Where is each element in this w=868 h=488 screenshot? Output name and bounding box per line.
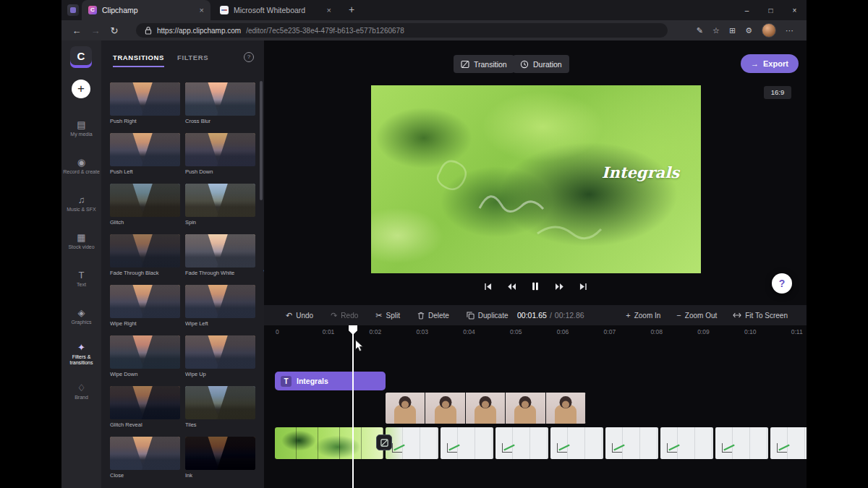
panel-scrollbar[interactable] xyxy=(260,81,263,200)
transition-item[interactable]: Wipe Right xyxy=(110,285,180,327)
applied-transition-icon[interactable] xyxy=(376,435,392,450)
folder-icon: ▤ xyxy=(77,120,85,129)
profile-avatar[interactable] xyxy=(762,23,776,38)
transition-item[interactable]: Tiles xyxy=(185,386,255,428)
transition-button[interactable]: Transition xyxy=(454,55,514,73)
transition-item[interactable]: Ink xyxy=(185,437,255,479)
close-button[interactable]: × xyxy=(783,0,807,20)
transition-item[interactable]: Fade Through Black xyxy=(110,234,180,276)
tab-close-icon[interactable]: × xyxy=(327,6,331,14)
duration-button-label: Duration xyxy=(533,60,562,69)
export-button[interactable]: → Export xyxy=(741,54,799,73)
whiteboard-clip[interactable] xyxy=(770,427,807,459)
ruler-label: 0:02 xyxy=(370,328,417,338)
transition-item[interactable]: Glitch Reveal xyxy=(110,386,180,428)
delete-button[interactable]: Delete xyxy=(417,312,449,320)
timeline-ruler[interactable]: 00:010:020:030:040:050:060:070:080:090:1… xyxy=(264,328,807,338)
transition-item[interactable]: Cross Blur xyxy=(185,82,255,124)
tab-microsoft-whiteboard[interactable]: Microsoft Whiteboard × xyxy=(213,0,338,20)
panel-help-icon[interactable]: ? xyxy=(244,52,254,62)
add-media-button[interactable] xyxy=(72,80,90,98)
transition-item[interactable]: Glitch xyxy=(110,184,180,226)
time-separator: / xyxy=(550,311,552,320)
settings-icon[interactable]: ⚙ xyxy=(745,26,752,35)
more-menu-icon[interactable]: ⋯ xyxy=(786,26,793,35)
web-capture-icon[interactable]: ✎ xyxy=(697,26,703,35)
transition-item[interactable]: Wipe Left xyxy=(185,285,255,327)
duration-button[interactable]: Duration xyxy=(513,55,569,73)
screen-right-gutter xyxy=(807,0,868,488)
whiteboard-clip[interactable] xyxy=(386,427,438,459)
back-icon[interactable]: ← xyxy=(67,25,86,36)
playhead[interactable] xyxy=(352,327,354,488)
sidebar-item[interactable]: ◈ Graphics xyxy=(61,298,101,335)
tab-filters[interactable]: FILTERS xyxy=(177,53,208,66)
whiteboard-clip[interactable] xyxy=(550,427,603,459)
whiteboard-clip[interactable] xyxy=(441,427,493,459)
duplicate-button[interactable]: Duplicate xyxy=(467,312,509,320)
trash-icon xyxy=(417,312,425,320)
transition-label: Wipe Up xyxy=(185,371,255,377)
redo-button[interactable]: ↷ Redo xyxy=(331,312,358,320)
zoom-in-button[interactable]: + Zoom In xyxy=(626,312,660,320)
favorites-icon[interactable]: ☆ xyxy=(712,26,720,35)
zoom-out-button[interactable]: − Zoom Out xyxy=(676,312,717,320)
sidebar-item[interactable]: ✦ Filters & transitions xyxy=(61,335,101,373)
whiteboard-clip[interactable] xyxy=(660,427,713,459)
aspect-ratio-badge[interactable]: 16:9 xyxy=(764,86,791,99)
transition-item[interactable]: Close xyxy=(110,437,180,479)
pause-button[interactable] xyxy=(529,280,542,293)
filters-transitions-icon: ✦ xyxy=(77,343,85,352)
whiteboard-clip[interactable] xyxy=(715,427,768,459)
transition-label: Push Right xyxy=(110,118,180,124)
url-path: /editor/7ec5e235-38e4-479f-b613-e577b126… xyxy=(246,27,404,35)
url-field[interactable]: https://app.clipchamp.com/editor/7ec5e23… xyxy=(136,23,668,38)
transition-label: Spin xyxy=(185,219,255,226)
sidebar-item[interactable]: ◉ Record & create xyxy=(61,147,101,185)
sidebar-item[interactable]: ♫ Music & SFX xyxy=(61,185,101,223)
text-clip[interactable]: T Integrals xyxy=(275,372,386,390)
sidebar-item[interactable]: T Text xyxy=(61,260,101,298)
skip-start-button[interactable] xyxy=(481,280,494,293)
help-button[interactable]: ? xyxy=(772,273,792,294)
browser-app-icon[interactable] xyxy=(67,4,79,16)
fit-to-screen-button[interactable]: Fit To Screen xyxy=(733,312,788,320)
transition-item[interactable]: Wipe Up xyxy=(185,335,255,377)
forward-icon[interactable]: → xyxy=(86,25,105,36)
new-tab-button[interactable]: + xyxy=(345,4,358,17)
skip-end-button[interactable] xyxy=(576,280,590,293)
transition-item[interactable]: Push Right xyxy=(110,82,180,124)
split-button[interactable]: ✂ Split xyxy=(375,312,400,320)
transition-label: Fade Through Black xyxy=(110,270,180,276)
address-bar-icons: ✎ ☆ ⊞ ⚙ ⋯ xyxy=(697,20,793,40)
rewind-button[interactable] xyxy=(505,280,518,293)
transition-item[interactable]: Push Down xyxy=(185,133,255,175)
fast-forward-button[interactable] xyxy=(553,280,566,293)
refresh-icon[interactable]: ↻ xyxy=(105,25,124,36)
intro-video-clip[interactable] xyxy=(275,427,383,459)
window-controls: – □ × xyxy=(735,0,807,20)
collections-icon[interactable]: ⊞ xyxy=(729,26,736,35)
tab-close-icon[interactable]: × xyxy=(200,6,204,14)
whiteboard-clip[interactable] xyxy=(605,427,658,459)
sidebar-item[interactable]: ▦ Stock video xyxy=(61,223,101,260)
sidebar-item-label: Filters & transitions xyxy=(61,354,101,367)
sidebar-item-label: My media xyxy=(69,132,93,137)
minimize-button[interactable]: – xyxy=(735,0,759,20)
maximize-button[interactable]: □ xyxy=(759,0,783,20)
sidebar-item[interactable]: ♢ Brand xyxy=(61,373,101,411)
tab-transitions[interactable]: TRANSITIONS xyxy=(113,53,164,67)
transition-item[interactable]: Wipe Down xyxy=(110,335,180,377)
sidebar-item[interactable]: ▤ My media xyxy=(61,110,101,147)
transition-item[interactable]: Fade Through White xyxy=(185,234,255,276)
tab-clipchamp[interactable]: Clipchamp × xyxy=(82,0,210,20)
whiteboard-clip[interactable] xyxy=(495,427,548,459)
transition-item[interactable]: Push Left xyxy=(110,133,180,175)
transition-label: Wipe Down xyxy=(110,371,180,377)
transition-item[interactable]: Spin xyxy=(185,184,255,226)
clipchamp-logo[interactable] xyxy=(70,46,92,68)
video-preview[interactable]: Integrals xyxy=(371,85,701,273)
transition-thumbnail xyxy=(110,335,180,369)
webcam-clip[interactable] xyxy=(386,393,586,424)
undo-button[interactable]: ↶ Undo xyxy=(286,312,313,320)
